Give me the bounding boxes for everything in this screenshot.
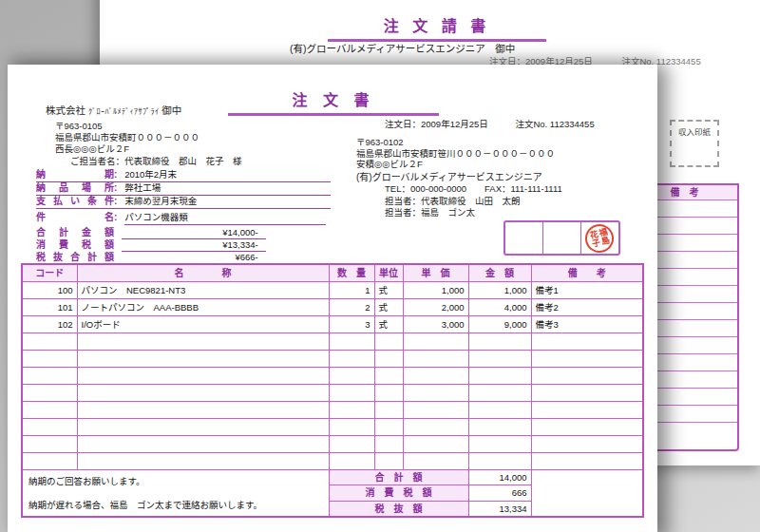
table-row-empty [22,385,643,402]
amount-row-tax: 消費税額 ¥13,334- [36,239,266,252]
revenue-stamp-box: 収入印紙 [670,120,719,167]
total-value: 666 [468,485,531,501]
recipient-address1: 福島県郡山市安積町０００－０００ [55,132,242,143]
total-label: 消 費 税 額 [329,485,468,501]
recipient-company-line: 株式会社 ｸﾞﾛｰﾊﾞﾙﾒﾃﾞｨｱｻﾌﾟﾗｲ 御中 [46,104,242,118]
table-row-empty [22,368,643,385]
order-number: 注文No. 112334455 [515,119,594,129]
col-header-code: コード [22,264,77,282]
approval-cell-3: 福島花子 [580,222,618,254]
subject-row: 件名: パソコン機器類 [36,212,326,224]
cell-remarks: 備考1 [531,282,643,299]
cell-remarks: 備考3 [531,316,643,333]
cell-amount: 1,000 [468,282,531,299]
total-value: 13,334 [468,501,531,517]
term-label: 納期 [36,169,114,180]
cell-qty: 1 [329,282,374,299]
cell-unit: 式 [374,282,403,299]
approval-stamp-boxes: 福島花子 [504,220,620,256]
issuer-address2: 安積◎◎ビル２F [356,159,562,170]
order-date: 注文日：2009年12月25日 [385,119,488,129]
term-value: 2010年2月末 [124,169,177,180]
cell-qty: 3 [329,316,374,333]
totals-row-total: 納期のご回答お願いします。 納期が遅れる場合、福島 ゴン太まで連絡お願いします。… [22,470,643,485]
purchase-order-sheet: 注 文 書 株式会社 ｸﾞﾛｰﾊﾞﾙﾒﾃﾞｨｱｻﾌﾟﾗｲ 御中 〒963-010… [8,65,657,532]
term-label: 支払い条件 [36,196,114,207]
items-empty-rows [22,333,643,470]
term-colon: : [114,169,117,180]
total-value: 14,000 [468,470,531,485]
cell-price: 3,000 [403,316,468,333]
term-row-payment-terms: 支払い条件: 末締め翌月末現金 [36,196,331,209]
term-label: 納品場所 [36,182,114,194]
term-row-delivery-date: 納期: 2010年2月末 [36,169,331,182]
cell-price: 1,000 [403,282,468,299]
issuer-company: (有)グローバルメディアサービスエンジニア [356,172,562,183]
table-row-empty [22,351,643,368]
issuer-tel-fax: TEL：000-000-0000 FAX：111-111-1111 [385,183,562,195]
cell-code: 102 [22,316,77,333]
items-table: コード 名 称 数 量 単位 単 価 金 額 備 考 100 パソコン NEC9… [21,263,644,518]
subject-label: 件名 [36,212,114,223]
order-meta-line: 注文日：2009年12月25日 注文No. 112334455 [385,117,595,130]
recipient-company-kana: ｸﾞﾛｰﾊﾞﾙﾒﾃﾞｨｱｻﾌﾟﾗｲ [88,107,160,116]
term-colon: : [114,182,117,193]
cell-amount: 4,000 [468,299,531,316]
cell-amount: 9,000 [468,316,531,333]
table-row-empty [22,453,643,470]
amount-label: 消費税額 [36,239,114,251]
table-row-empty [22,436,643,453]
approval-cell-1 [505,222,542,254]
recipient-block: 株式会社 ｸﾞﾛｰﾊﾞﾙﾒﾃﾞｨｱｻﾌﾟﾗｲ 御中 〒963-0105 福島県郡… [46,104,242,167]
table-row-empty [22,402,643,419]
issuer-postal: 〒963-0102 [356,137,562,148]
doc-title: 注 文 書 [228,87,439,116]
issuer-representative-2: 担当者：福島 ゴン太 [385,207,562,218]
cell-qty: 2 [329,299,374,316]
cell-remarks: 備考2 [531,299,643,316]
col-header-price: 単 価 [403,264,468,282]
cell-unit: 式 [374,299,403,316]
subject-colon: : [114,212,117,222]
total-label: 合 計 額 [329,470,468,485]
col-header-name: 名 称 [77,264,329,282]
bg-doc-addressee: (有)グローバルメディアサービスエンジニア 御中 [290,41,515,55]
amount-row-total: 合計金額 ¥14,000- [36,227,266,239]
issuer-representative-1: 担当者：代表取締役 山田 太朗 [385,196,562,207]
amount-label: 税抜合計額 [36,252,114,263]
table-row: 100 パソコン NEC9821-NT3 1 式 1,000 1,000 備考1 [22,282,643,299]
col-header-qty: 数 量 [329,264,374,282]
total-label: 税 抜 額 [329,501,468,517]
issuer-block: 〒963-0102 福島県郡山市安積町笹川０００－０００－０００ 安積◎◎ビル２… [356,137,562,218]
revenue-stamp-label: 収入印紙 [678,127,711,137]
term-value: 末締め翌月末現金 [124,196,197,206]
items-header-row: コード 名 称 数 量 単位 単 価 金 額 備 考 [22,264,643,282]
term-value: 弊社工場 [124,182,161,193]
note-line-1: 納期のご回答お願いします。 [28,474,323,488]
col-header-amount: 金 額 [468,264,531,282]
amount-label: 合計金額 [36,227,114,238]
cell-price: 2,000 [403,299,468,316]
cell-name: ノートパソコン AAA-BBBB [77,299,329,316]
desktop-background: 注 文 請 書 (有)グローバルメディアサービスエンジニア 御中 注文日：200… [0,0,760,532]
subject-value: パソコン機器類 [124,212,326,225]
table-row-empty [22,419,643,436]
col-header-unit: 単位 [374,264,403,282]
table-row: 102 I/Oボード 3 式 3,000 9,000 備考3 [22,316,643,333]
recipient-contact: ご担当者名：代表取締役 郡山 花子 様 [70,156,242,167]
recipient-postal: 〒963-0105 [55,121,242,132]
notes-cell: 納期のご回答お願いします。 納期が遅れる場合、福島 ゴン太まで連絡お願いします。 [22,470,329,518]
table-row: 101 ノートパソコン AAA-BBBB 2 式 2,000 4,000 備考2 [22,299,643,316]
recipient-honorific: 御中 [162,104,181,116]
hanko-seal: 福島花子 [582,221,617,256]
amount-value: ¥14,000- [122,227,266,239]
note-line-2: 納期が遅れる場合、福島 ゴン太まで連絡お願いします。 [28,498,323,512]
issuer-address1: 福島県郡山市安積町笹川０００－０００－０００ [356,148,562,160]
cell-code: 101 [22,299,77,316]
recipient-company-prefix: 株式会社 [46,104,86,116]
bg-doc-title: 注 文 請 書 [328,13,546,42]
col-header-remarks: 備 考 [531,264,643,282]
cell-name: I/Oボード [77,316,329,333]
cell-code: 100 [22,282,77,299]
term-colon: : [114,196,117,206]
